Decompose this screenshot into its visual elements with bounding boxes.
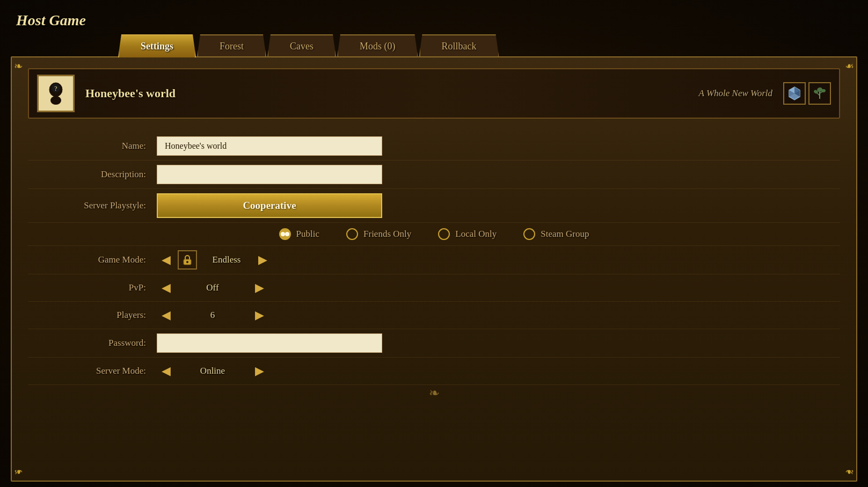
server-mode-row: Server Mode: ◀ Online ▶: [28, 358, 840, 385]
playstyle-button[interactable]: Cooperative: [157, 193, 382, 218]
players-right[interactable]: ▶: [250, 306, 268, 324]
radio-local[interactable]: Local Only: [438, 228, 497, 240]
password-input[interactable]: [157, 333, 382, 353]
crystal-icon: [787, 86, 802, 101]
panel-corner-tr: ❧: [841, 60, 854, 72]
plant-icon: [812, 86, 827, 101]
world-icons-container: [783, 82, 831, 105]
main-container: Host Game Settings Forest Caves Mods (0)…: [0, 0, 868, 487]
pvp-row: PvP: ◀ Off ▶: [28, 274, 840, 302]
bottom-ornament: ❧: [429, 386, 440, 401]
radio-friends-circle: [346, 228, 358, 240]
world-name: Honeybee's world: [85, 86, 688, 100]
game-mode-label: Game Mode:: [28, 255, 157, 265]
world-icon-1: [783, 82, 806, 105]
pvp-right[interactable]: ▶: [250, 279, 268, 297]
radio-public[interactable]: Public: [279, 228, 319, 240]
tab-settings[interactable]: Settings: [118, 34, 196, 57]
server-mode-label: Server Mode:: [28, 366, 157, 376]
svg-text:?: ?: [54, 85, 57, 92]
description-label: Description:: [28, 169, 157, 180]
server-mode-value: Online: [175, 366, 250, 376]
name-row: Name:: [28, 132, 840, 161]
settings-form: Name: Description: Server Playstyle: Coo…: [28, 132, 840, 385]
game-mode-row: Game Mode: ◀ Endless ▶: [28, 246, 840, 274]
pvp-label: PvP:: [28, 282, 157, 293]
players-value: 6: [175, 310, 250, 321]
game-mode-right[interactable]: ▶: [253, 251, 272, 269]
pvp-control: ◀ Off ▶: [157, 279, 268, 297]
world-info-bar: ? Honeybee's world A Whole New World: [28, 68, 840, 119]
radio-friends-label: Friends Only: [363, 229, 411, 239]
world-subtitle: A Whole New World: [699, 88, 772, 99]
panel-corner-br: ❧: [841, 466, 854, 478]
players-label: Players:: [28, 310, 157, 321]
pvp-value: Off: [175, 282, 250, 293]
svg-point-16: [186, 261, 188, 263]
page-title: Host Game: [11, 5, 857, 33]
name-label: Name:: [28, 141, 157, 151]
privacy-row: Public Friends Only Local Only Steam Gro…: [28, 223, 840, 246]
players-left[interactable]: ◀: [157, 306, 175, 324]
game-mode-control: ◀ Endless ▶: [157, 250, 272, 270]
panel-corner-bl: ❧: [14, 466, 27, 478]
world-avatar: ?: [37, 75, 75, 112]
tab-caves[interactable]: Caves: [267, 34, 336, 57]
lock-icon: [181, 254, 193, 266]
radio-local-label: Local Only: [455, 229, 497, 239]
name-input[interactable]: [157, 136, 382, 156]
playstyle-label: Server Playstyle:: [28, 200, 157, 211]
server-mode-right[interactable]: ▶: [250, 362, 268, 380]
avatar-icon: ?: [42, 80, 69, 107]
radio-public-circle: [279, 228, 291, 240]
server-mode-left[interactable]: ◀: [157, 362, 175, 380]
pvp-left[interactable]: ◀: [157, 279, 175, 297]
password-row: Password:: [28, 329, 840, 358]
radio-public-dot: [281, 232, 285, 236]
server-mode-control: ◀ Online ▶: [157, 362, 268, 380]
players-control: ◀ 6 ▶: [157, 306, 268, 324]
description-input[interactable]: [157, 165, 382, 184]
players-row: Players: ◀ 6 ▶: [28, 302, 840, 329]
radio-steam-label: Steam Group: [541, 229, 589, 239]
radio-steam-circle: [523, 228, 535, 240]
tab-rollback[interactable]: Rollback: [419, 34, 499, 57]
tab-forest[interactable]: Forest: [197, 34, 266, 57]
password-label: Password:: [28, 338, 157, 348]
radio-friends[interactable]: Friends Only: [346, 228, 411, 240]
tab-mods[interactable]: Mods (0): [337, 34, 418, 57]
tab-bar: Settings Forest Caves Mods (0) Rollback: [11, 33, 857, 56]
radio-steam[interactable]: Steam Group: [523, 228, 589, 240]
game-mode-icon: [178, 250, 197, 270]
description-row: Description:: [28, 161, 840, 189]
bottom-bar: ❧: [28, 388, 840, 398]
panel-corner-tl: ❧: [14, 60, 27, 72]
game-mode-value: Endless: [200, 255, 253, 265]
game-mode-left[interactable]: ◀: [157, 251, 175, 269]
radio-local-circle: [438, 228, 450, 240]
content-panel: ❧ ❧ ❧ ❧ ? Honeybee's world A Whole New W…: [11, 56, 857, 482]
svg-point-3: [50, 96, 61, 105]
playstyle-row: Server Playstyle: Cooperative: [28, 189, 840, 223]
radio-public-label: Public: [296, 229, 319, 239]
world-icon-2: [808, 82, 831, 105]
